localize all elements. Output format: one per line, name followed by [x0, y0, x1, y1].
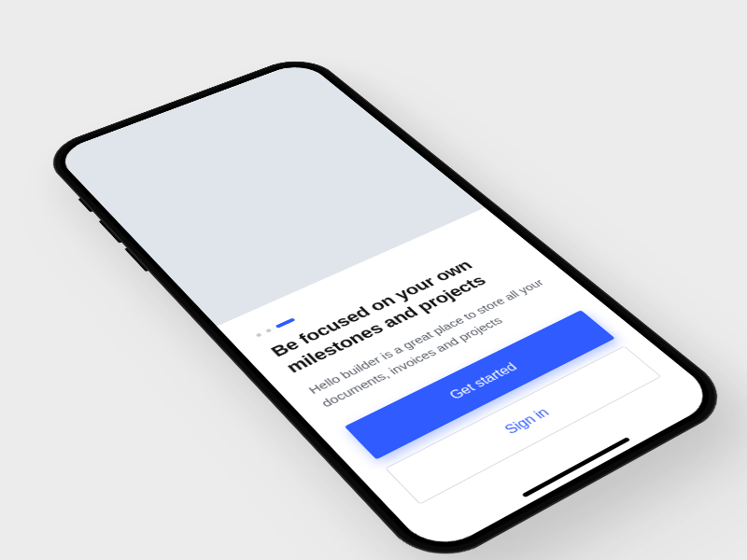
- screen: Be focused on your own milestones and pr…: [53, 61, 721, 556]
- phone-mockup-scene: Be focused on your own milestones and pr…: [37, 52, 741, 560]
- page-indicator-dot-active[interactable]: [275, 317, 296, 328]
- page-indicator-dot[interactable]: [256, 333, 262, 338]
- device-frame: Be focused on your own milestones and pr…: [37, 52, 741, 560]
- page-indicator-dot[interactable]: [265, 329, 272, 333]
- screen-bezel: Be focused on your own milestones and pr…: [46, 57, 728, 560]
